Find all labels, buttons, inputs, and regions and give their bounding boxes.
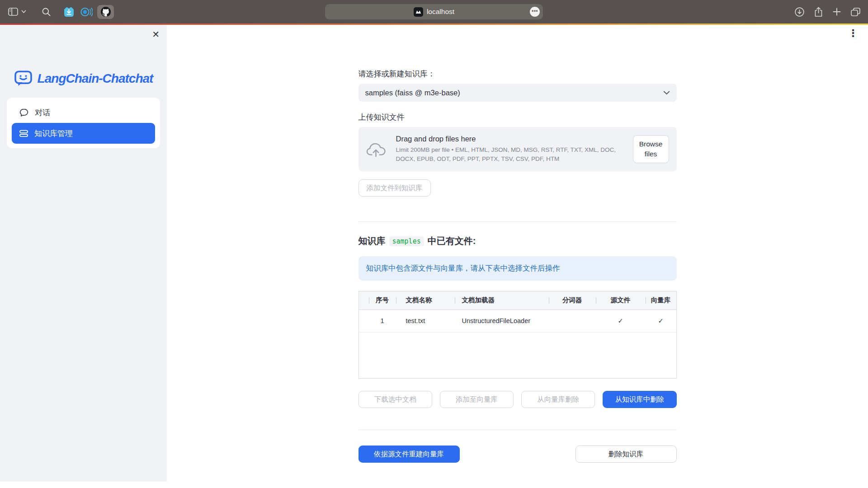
app-logo: LangChain-Chatchat	[0, 70, 167, 87]
cell-docname: test.txt	[396, 310, 455, 332]
kb-select[interactable]: samples (faiss @ m3e-base)	[359, 84, 677, 102]
tab-overview-icon[interactable]	[851, 8, 860, 16]
download-extension-icon[interactable]	[63, 6, 75, 18]
column-header-splitter: 分词器	[549, 291, 596, 310]
sidebar-item-label: 知识库管理	[34, 128, 73, 139]
kb-select-label: 请选择或新建知识库：	[359, 69, 677, 79]
sidebar-menu: 对话 知识库管理	[7, 98, 160, 148]
upload-label: 上传知识文件	[359, 112, 677, 122]
page: ✕ LangChain-Chatchat 对话	[0, 25, 868, 488]
files-heading-prefix: 知识库	[359, 235, 386, 247]
sidebar: ✕ LangChain-Chatchat 对话	[0, 25, 167, 488]
cell-splitter	[549, 310, 596, 332]
kb-name-code: samples	[389, 236, 424, 246]
table-header-row: 序号 文档名称 文档加载器 分词器 源文件 向量库	[359, 291, 676, 310]
divider	[359, 221, 677, 222]
cell-loader: UnstructuredFileLoader	[455, 310, 549, 332]
sidebar-item-kb-management[interactable]: 知识库管理	[12, 123, 155, 144]
column-header-sourcefile: 源文件	[596, 291, 646, 310]
info-banner: 知识库中包含源文件与向量库，请从下表中选择文件后操作	[359, 256, 677, 281]
cell-select[interactable]	[359, 310, 369, 332]
cloud-upload-icon	[366, 141, 387, 157]
delete-from-kb-button[interactable]: 从知识库中删除	[603, 391, 676, 408]
sidebar-close-icon[interactable]: ✕	[152, 30, 160, 39]
column-header-docname: 文档名称	[396, 291, 455, 310]
kb-select-value: samples (faiss @ m3e-base)	[365, 89, 460, 97]
cell-sourcefile-check: ✓	[596, 310, 646, 332]
file-actions-row: 下载选中文档 添加至向量库 从向量库删除 从知识库中删除	[359, 391, 677, 408]
sidebar-bottom-strip	[0, 482, 167, 488]
sidebar-toggle-icon[interactable]	[8, 8, 18, 16]
cell-index: 1	[369, 310, 396, 332]
main-area: ⋮ 请选择或新建知识库： samples (faiss @ m3e-base) …	[167, 25, 868, 488]
files-heading-suffix: 中已有文件:	[428, 235, 476, 247]
cell-vectorstore-check: ✓	[646, 310, 676, 332]
delete-from-vectorstore-button[interactable]: 从向量库删除	[521, 391, 595, 408]
logo-text: LangChain-Chatchat	[38, 71, 153, 86]
files-table[interactable]: 序号 文档名称 文档加载器 分词器 源文件 向量库 1	[359, 291, 677, 379]
app-menu-icon[interactable]: ⋮	[848, 28, 858, 39]
github-tab-button[interactable]	[97, 5, 114, 19]
search-icon[interactable]	[42, 7, 51, 17]
files-heading: 知识库 samples 中已有文件:	[359, 235, 677, 247]
divider	[359, 430, 677, 430]
browser-toolbar: localhost •••	[0, 0, 868, 23]
logo-chat-icon	[14, 70, 33, 87]
chat-bubble-icon	[19, 108, 28, 117]
page-settings-icon[interactable]: •••	[530, 7, 540, 17]
url-text: localhost	[427, 8, 454, 16]
column-header-loader: 文档加载器	[455, 291, 549, 310]
column-header-index: 序号	[369, 291, 396, 310]
share-icon[interactable]	[814, 7, 823, 17]
kb-stack-icon	[19, 130, 28, 137]
new-tab-icon[interactable]	[833, 8, 841, 16]
column-header-vectorstore: 向量库	[646, 291, 676, 310]
content-column: 请选择或新建知识库： samples (faiss @ m3e-base) 上传…	[359, 25, 677, 463]
table-row[interactable]: 1 test.txt UnstructuredFileLoader ✓ ✓	[359, 310, 676, 332]
chevron-down-icon	[663, 91, 670, 95]
add-files-button[interactable]: 添加文件到知识库	[359, 179, 431, 197]
column-header-select	[359, 291, 369, 310]
kb-actions-row: 依据源文件重建向量库 删除知识库	[359, 446, 677, 463]
dropzone-hint: Limit 200MB per file • EML, HTML, JSON, …	[396, 145, 627, 164]
dropzone-text: Drag and drop files here Limit 200MB per…	[396, 135, 627, 164]
download-selected-button[interactable]: 下载选中文档	[359, 391, 432, 408]
screen: localhost ••• ✕	[0, 0, 868, 488]
toolbar-left-group	[8, 5, 114, 19]
toolbar-right-group	[795, 0, 860, 23]
info-banner-text: 知识库中包含源文件与向量库，请从下表中选择文件后操作	[366, 263, 560, 273]
dropzone-title: Drag and drop files here	[396, 135, 627, 143]
sidebar-item-label: 对话	[35, 108, 50, 118]
streamlit-decoration-bar	[0, 23, 868, 25]
add-to-vectorstore-button[interactable]: 添加至向量库	[440, 391, 514, 408]
delete-kb-button[interactable]: 删除知识库	[576, 446, 677, 463]
browse-files-button[interactable]: Browse files	[633, 135, 669, 163]
file-dropzone[interactable]: Drag and drop files here Limit 200MB per…	[359, 127, 677, 171]
streamlit-favicon	[414, 7, 423, 17]
sidebar-item-dialogue[interactable]: 对话	[12, 102, 155, 123]
chevron-down-icon[interactable]	[21, 10, 26, 14]
address-bar[interactable]: localhost •••	[325, 4, 543, 19]
radar-extension-icon[interactable]	[80, 6, 93, 18]
downloads-icon[interactable]	[795, 7, 804, 17]
rebuild-vectorstore-button[interactable]: 依据源文件重建向量库	[359, 446, 460, 463]
